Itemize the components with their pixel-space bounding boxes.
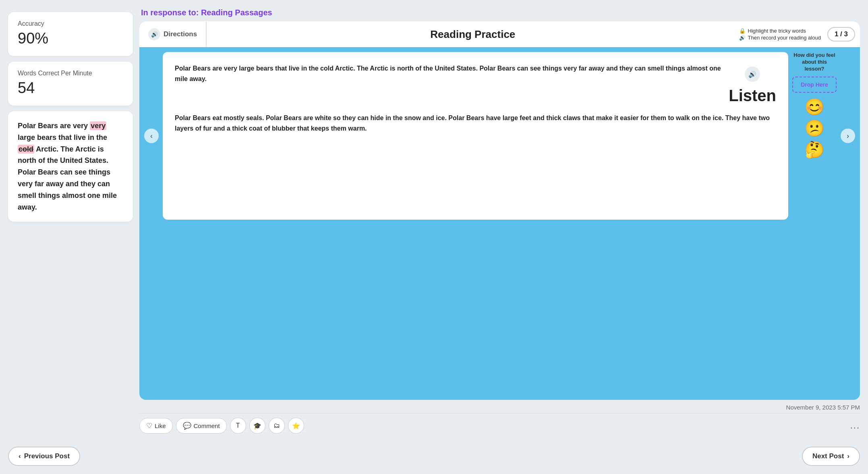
wcpm-card: Words Correct Per Minute 54	[8, 62, 133, 106]
instruction1: 🔒 Highlight the tricky words	[739, 28, 821, 34]
instruction2-text: Then record your reading aloud	[748, 35, 821, 41]
accuracy-card: Accuracy 90%	[8, 12, 133, 56]
left-nav-wrap: ‹	[144, 129, 159, 143]
comment-button[interactable]: 💬 Comment	[176, 418, 227, 434]
instruction1-text: Highlight the tricky words	[748, 28, 806, 34]
like-label: Like	[155, 422, 166, 429]
comment-icon: 💬	[183, 422, 191, 430]
para1-speaker-btn[interactable]: 🔊	[745, 67, 760, 82]
widget-instructions: 🔒 Highlight the tricky words 🔊 Then reco…	[739, 28, 827, 41]
feedback-panel: How did you feel about this lesson? Drop…	[792, 52, 837, 220]
award-icon-button[interactable]: ⭐	[288, 418, 304, 434]
folder-icon: 🗂	[273, 422, 280, 429]
text-icon: T	[236, 422, 240, 429]
passage-text-normal1: Polar Bears are very	[18, 122, 90, 130]
widget-topbar: 🔊 Directions Reading Practice 🔒 Highligh…	[139, 21, 860, 47]
directions-label: Directions	[164, 30, 197, 38]
para-row-1: Polar Bears are very large bears that li…	[175, 63, 776, 105]
para2-text: Polar Bears eat mostly seals. Polar Bear…	[175, 113, 776, 133]
emoji-thinking[interactable]: 🤔	[804, 140, 824, 159]
nav-arrow-right[interactable]: ›	[841, 129, 855, 143]
directions-speaker-icon: 🔊	[148, 28, 160, 40]
passage-card: Polar Bears are very very large bears th…	[8, 111, 133, 222]
emoji-list: 😊 😕 🤔	[792, 98, 837, 159]
wcpm-label: Words Correct Per Minute	[18, 70, 123, 77]
folder-icon-button[interactable]: 🗂	[269, 418, 285, 434]
emoji-happy[interactable]: 😊	[804, 98, 824, 116]
drop-zone[interactable]: Drop Here	[792, 77, 837, 93]
more-button[interactable]: ...	[850, 420, 860, 431]
timestamp: November 9, 2023 5:57 PM	[139, 400, 860, 413]
comment-label: Comment	[194, 422, 220, 429]
heart-icon: ♡	[146, 422, 152, 430]
lock-icon: 🔒	[739, 28, 746, 34]
left-arrow-icon: ‹	[19, 452, 21, 460]
passage-text-normal2: large bears that live in the	[18, 133, 107, 141]
passage-highlight-very: very	[90, 121, 106, 130]
bottom-nav: ‹ Previous Post Next Post ›	[8, 440, 860, 474]
instruction2: 🔊 Then record your reading aloud	[739, 35, 821, 41]
emoji-confused[interactable]: 😕	[804, 119, 824, 138]
previous-post-label: Previous Post	[24, 452, 70, 460]
text-icon-button[interactable]: T	[230, 418, 246, 434]
previous-post-button[interactable]: ‹ Previous Post	[8, 447, 80, 466]
like-button[interactable]: ♡ Like	[139, 418, 173, 434]
listen-label: Listen	[729, 87, 776, 105]
accuracy-value: 90%	[18, 30, 123, 47]
nav-arrow-left[interactable]: ‹	[144, 129, 159, 143]
wcpm-value: 54	[18, 79, 123, 97]
graduation-icon-button[interactable]: 🎓	[249, 418, 265, 434]
next-post-button[interactable]: Next Post ›	[802, 447, 860, 466]
passage-text-normal3: Arctic. The Arctic is north of the Unite…	[18, 145, 117, 211]
page-counter: 1 / 3	[827, 27, 855, 42]
left-panel: Accuracy 90% Words Correct Per Minute 54…	[8, 8, 133, 440]
content-area: Polar Bears are very large bears that li…	[163, 52, 788, 220]
graduation-icon: 🎓	[253, 422, 261, 430]
next-post-label: Next Post	[812, 452, 844, 460]
content-paragraphs: Polar Bears are very large bears that li…	[175, 63, 776, 133]
directions-tab[interactable]: 🔊 Directions	[139, 21, 207, 47]
passage-strikethrough-cold: cold	[18, 145, 34, 154]
feedback-question: How did you feel about this lesson?	[792, 52, 837, 73]
widget-body: ‹ Polar Bears are very large bears that …	[139, 47, 860, 225]
award-icon: ⭐	[292, 422, 300, 430]
para-row-2: Polar Bears eat mostly seals. Polar Bear…	[175, 113, 776, 133]
action-bar: ♡ Like 💬 Comment T 🎓 🗂 ⭐ ...	[139, 413, 860, 440]
widget-title: Reading Practice	[207, 28, 739, 41]
instruction2-speaker-icon: 🔊	[739, 35, 746, 41]
right-panel: In response to: Reading Passages 🔊 Direc…	[139, 8, 860, 440]
reading-widget: 🔊 Directions Reading Practice 🔒 Highligh…	[139, 21, 860, 400]
post-header: In response to: Reading Passages	[139, 8, 860, 17]
right-arrow-icon: ›	[847, 452, 849, 460]
accuracy-label: Accuracy	[18, 20, 123, 27]
para1-text: Polar Bears are very large bears that li…	[175, 63, 722, 84]
